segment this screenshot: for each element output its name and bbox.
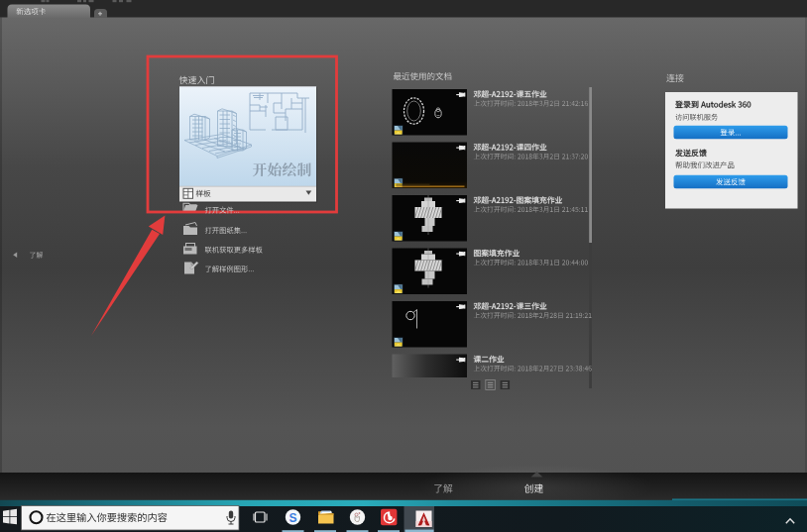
svg-text:S: S bbox=[288, 511, 296, 525]
